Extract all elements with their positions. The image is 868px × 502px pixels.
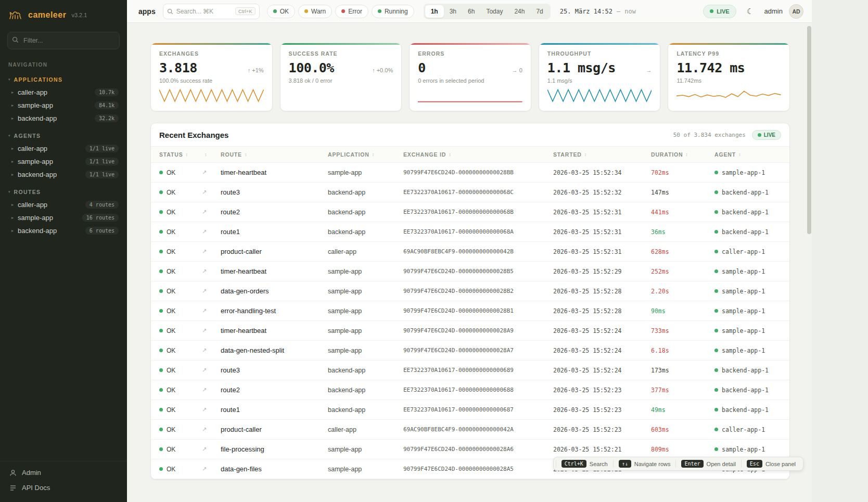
period-separator: —: [617, 8, 620, 15]
avatar[interactable]: AD: [789, 4, 803, 19]
open-detail-icon[interactable]: ↗: [202, 288, 221, 294]
column-header[interactable]: AGENT ↕: [714, 151, 781, 158]
open-detail-icon[interactable]: ↗: [202, 367, 221, 374]
agent-label: backend-app-1: [722, 228, 769, 236]
duration-cell: 49ms: [651, 406, 714, 414]
section-header-agents[interactable]: ▾ AGENTS: [4, 131, 123, 142]
open-detail-icon[interactable]: ↗: [202, 466, 221, 472]
column-header[interactable]: EXCHANGE ID ↕: [403, 151, 553, 158]
dark-mode-toggle[interactable]: ☾: [743, 4, 758, 19]
started-cell: 2026-03-25 15:52:31: [553, 248, 651, 255]
card-delta: → 0: [512, 67, 522, 73]
open-detail-icon[interactable]: ↗: [202, 228, 221, 235]
live-toggle[interactable]: LIVE: [703, 5, 736, 18]
sidebar-item[interactable]: ▸ sample-app 1/1 live: [4, 155, 123, 168]
global-search[interactable]: Search... ⌘K Ctrl+K: [163, 4, 260, 19]
table-row[interactable]: OK ↗ data-gen-nested-split sample-app 90…: [151, 341, 789, 361]
time-range-display[interactable]: 25. März 14:52 — now: [560, 8, 636, 15]
table-body: OK ↗ timer-heartbeat sample-app 90799F47…: [151, 163, 789, 479]
column-label: STATUS: [159, 151, 183, 158]
status-filter-label: Warn: [311, 8, 326, 15]
route-cell: product-caller: [221, 426, 328, 433]
sort-icon: ↕: [449, 152, 451, 157]
section-header-routes[interactable]: ▾ ROUTES: [4, 187, 123, 198]
status-filter-chip[interactable]: Error: [335, 5, 368, 18]
status-ok-dot-icon: [159, 408, 163, 411]
table-row[interactable]: OK ↗ route2 backend-app EE7322370A10617-…: [151, 202, 789, 222]
open-detail-icon[interactable]: ↗: [202, 189, 221, 196]
open-detail-icon[interactable]: ↗: [202, 446, 221, 453]
table-row[interactable]: OK ↗ route1 backend-app EE7322370A10617-…: [151, 400, 789, 420]
sidebar-item-api-docs[interactable]: API Docs: [9, 484, 118, 492]
column-header[interactable]: STARTED ↕: [553, 151, 651, 158]
agent-cell: sample-app-1: [714, 307, 781, 315]
open-detail-icon[interactable]: ↗: [202, 426, 221, 433]
time-range-button[interactable]: Today: [480, 5, 508, 18]
open-detail-icon[interactable]: ↗: [202, 387, 221, 393]
sidebar-item[interactable]: ▸ backend-app 32.2k: [4, 112, 123, 125]
time-range-button[interactable]: 1h: [425, 5, 444, 18]
sidebar-item[interactable]: ▸ backend-app 6 routes: [4, 224, 123, 237]
time-range-button[interactable]: 24h: [508, 5, 530, 18]
column-header[interactable]: APPLICATION ↕: [328, 151, 403, 158]
table-row[interactable]: OK ↗ product-caller caller-app 69AC90BF8…: [151, 420, 789, 440]
sidebar-item[interactable]: ▸ sample-app 84.1k: [4, 99, 123, 112]
status-filter-chip[interactable]: Running: [372, 5, 414, 18]
status-label: OK: [167, 169, 175, 176]
status-dot-icon: [378, 9, 381, 13]
agent-live-dot-icon: [714, 329, 718, 332]
open-detail-icon[interactable]: ↗: [202, 209, 221, 215]
route-cell: route1: [221, 406, 328, 414]
route-cell: route2: [221, 386, 328, 394]
open-detail-icon[interactable]: ↗: [202, 347, 221, 354]
table-row[interactable]: OK ↗ route2 backend-app EE7322370A10617-…: [151, 380, 789, 400]
column-header[interactable]: ↕: [202, 152, 221, 157]
time-range-button[interactable]: 6h: [462, 5, 480, 18]
route-cell: data-gen-orders: [221, 287, 328, 295]
sidebar-item[interactable]: ▸ caller-app 4 routes: [4, 198, 123, 211]
sidebar-item[interactable]: ▸ caller-app 10.7k: [4, 86, 123, 99]
status-filter-chip[interactable]: Warn: [298, 5, 332, 18]
open-detail-icon[interactable]: ↗: [202, 406, 221, 413]
sidebar-item[interactable]: ▸ caller-app 1/1 live: [4, 142, 123, 155]
agent-label: sample-app-1: [722, 169, 765, 176]
table-row[interactable]: OK ↗ route3 backend-app EE7322370A10617-…: [151, 183, 789, 202]
status-filter-chip[interactable]: OK: [267, 5, 295, 18]
status-ok-dot-icon: [159, 289, 163, 293]
sidebar-item[interactable]: ▸ backend-app 1/1 live: [4, 168, 123, 181]
hint-label: Navigate rows: [634, 461, 671, 467]
sidebar-filter-input[interactable]: [7, 32, 120, 49]
column-header[interactable]: ROUTE ↕: [221, 151, 328, 158]
table-row[interactable]: OK ↗ data-gen-orders sample-app 90799F47…: [151, 281, 789, 301]
table-row[interactable]: OK ↗ timer-heartbeat sample-app 90799F47…: [151, 321, 789, 341]
sidebar-item[interactable]: ▸ sample-app 16 routes: [4, 211, 123, 224]
column-header[interactable]: STATUS ↕: [159, 151, 202, 158]
panel-live-toggle[interactable]: LIVE: [752, 130, 781, 140]
time-range-button[interactable]: 7d: [530, 5, 548, 18]
open-detail-icon[interactable]: ↗: [202, 248, 221, 255]
column-header[interactable]: DURATION ↕: [651, 151, 714, 158]
card-value: 11.742 ms: [676, 60, 745, 75]
table-row[interactable]: OK ↗ timer-heartbeat sample-app 90799F47…: [151, 262, 789, 281]
section-header-applications[interactable]: ▾ APPLICATIONS: [4, 75, 123, 86]
table-row[interactable]: OK ↗ timer-heartbeat sample-app 90799F47…: [151, 163, 789, 183]
agent-live-dot-icon: [714, 309, 718, 313]
table-row[interactable]: OK ↗ route3 backend-app EE7322370A10617-…: [151, 361, 789, 380]
open-detail-icon[interactable]: ↗: [202, 169, 221, 176]
open-detail-icon[interactable]: ↗: [202, 268, 221, 275]
sort-icon: ↕: [185, 152, 188, 157]
sidebar-item-admin[interactable]: Admin: [9, 469, 118, 477]
card-value: 3.818: [159, 60, 197, 75]
application-cell: sample-app: [328, 169, 403, 176]
table-row[interactable]: OK ↗ error-handling-test sample-app 9079…: [151, 301, 789, 321]
time-range-button[interactable]: 3h: [444, 5, 462, 18]
status-label: OK: [167, 466, 175, 473]
table-row[interactable]: OK ↗ product-caller caller-app 69AC90BF8…: [151, 242, 789, 262]
started-cell: 2026-03-25 15:52:29: [553, 268, 651, 275]
open-detail-icon[interactable]: ↗: [202, 327, 221, 334]
sort-icon: ↕: [205, 152, 207, 157]
table-row[interactable]: OK ↗ route1 backend-app EE7322370A10617-…: [151, 222, 789, 242]
open-detail-icon[interactable]: ↗: [202, 307, 221, 314]
agent-label: sample-app-1: [722, 347, 765, 354]
scrollbar-thumb[interactable]: [807, 26, 811, 234]
